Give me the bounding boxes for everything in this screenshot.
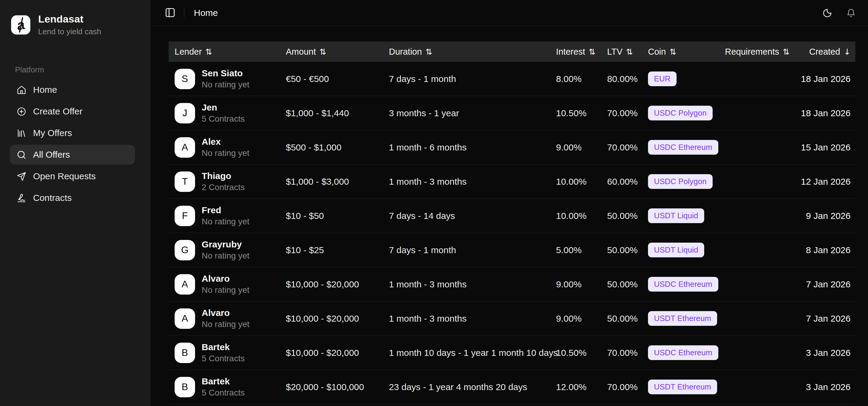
created-cell: 3 Jan 2026 [800,382,850,392]
table-header-row: Lender ⇅ Amount ⇅ Duration ⇅ Interest ⇅ … [168,41,856,62]
ltv-cell: 50.00% [607,279,648,290]
column-header-label: Created [809,47,840,57]
ltv-cell: 70.00% [607,348,648,358]
created-cell: 7 Jan 2026 [800,279,850,290]
sidebar-item[interactable]: Contracts [10,188,135,208]
avatar: A [175,137,195,158]
sort-icon: ⇅ [589,47,596,57]
column-header-label: Requirements [725,47,779,57]
created-cell: 3 Jan 2026 [800,348,850,358]
table-row[interactable]: S Sen Siato No rating yet €50 - €500 7 d… [168,62,856,96]
moon-icon [822,8,832,18]
sidebar-item-label: Open Requests [33,171,96,181]
sort-icon: ⇅ [783,47,790,57]
lender-name: Fred [202,205,249,215]
coin-cell: USDC Polygon [648,174,725,189]
coin-badge: USDC Ethereum [648,277,718,292]
sidebar-item[interactable]: Home [10,80,135,100]
notifications-button[interactable] [846,8,856,18]
sidebar-item[interactable]: All Offers [10,145,135,165]
table-row[interactable]: J Jen 5 Contracts $1,000 - $1,440 3 mont… [168,96,856,130]
content: Lender ⇅ Amount ⇅ Duration ⇅ Interest ⇅ … [150,26,868,406]
brand[interactable]: a Lendasat Lend to yield cash [10,13,135,36]
interest-cell: 9.00% [556,142,607,153]
column-header[interactable]: Lender ⇅ [175,47,286,57]
column-header-label: Coin [648,47,666,57]
theme-toggle-button[interactable] [822,8,832,18]
column-header[interactable]: Amount ⇅ [286,47,389,57]
column-header[interactable]: Duration ⇅ [389,47,556,57]
ltv-cell: 60.00% [607,177,648,187]
sidebar-item-icon [17,171,26,181]
lender-cell: A Alvaro No rating yet [175,274,286,295]
lender-cell: B Bartek 5 Contracts [175,342,286,363]
created-cell: 18 Jan 2026 [800,108,850,118]
main-area: Home Lender ⇅ Amount ⇅ Duration ⇅ Intere… [150,0,868,406]
column-header-label: Duration [389,47,422,57]
lender-rating: No rating yet [202,285,249,295]
coin-badge: USDC Ethereum [648,140,718,155]
column-header[interactable]: Interest ⇅ [556,47,607,57]
ltv-cell: 70.00% [607,142,648,153]
table-row[interactable]: A Alex No rating yet $500 - $1,000 1 mon… [168,130,856,165]
lender-rating: 2 Contracts [202,182,245,192]
sidebar-item-label: My Offers [33,128,72,138]
coin-cell: USDC Polygon [648,106,725,121]
sidebar-item-label: Home [33,85,57,95]
coin-cell: USDC Ethereum [648,277,725,292]
lender-name: Bartek [202,342,245,352]
ltv-cell: 70.00% [607,382,648,392]
lender-cell: S Sen Siato No rating yet [175,68,286,90]
table-row[interactable]: T Thiago 2 Contracts $1,000 - $3,000 1 m… [168,165,856,199]
sidebar-nav: Home Create Offer My Offers All Offers O… [10,80,135,210]
column-header-label: Amount [286,47,316,57]
sidebar-item[interactable]: My Offers [10,123,135,143]
duration-cell: 1 month 10 days - 1 year 1 month 10 days [389,348,556,358]
sort-icon: ⇅ [426,47,433,57]
ltv-cell: 50.00% [607,245,648,255]
column-header[interactable]: Requirements ⇅ [725,47,800,57]
sidebar-item[interactable]: Open Requests [10,166,135,186]
created-cell: 12 Jan 2026 [800,177,850,187]
sort-icon: ↓ [844,47,850,57]
sidebar-item-icon [17,150,26,160]
column-header[interactable]: Created ↓ [800,47,850,57]
duration-cell: 1 month - 3 months [389,279,556,290]
table-row[interactable]: B Bartek 5 Contracts $10,000 - $20,000 1… [168,336,856,370]
coin-cell: USDT Liquid [648,208,725,223]
table-row[interactable]: F Fred No rating yet $10 - $50 7 days - … [168,199,856,233]
sidebar-item-icon [17,193,26,203]
table-row[interactable]: G Grayruby No rating yet $10 - $25 7 day… [168,233,856,267]
column-header-label: Lender [175,47,202,57]
amount-cell: $1,000 - $3,000 [286,177,389,187]
amount-cell: $10,000 - $20,000 [286,313,389,324]
avatar: T [175,171,195,192]
topbar-divider [184,8,184,18]
table-row[interactable]: A Alvaro No rating yet $10,000 - $20,000… [168,302,856,336]
interest-cell: 10.00% [556,177,607,187]
brand-name: Lendasat [38,13,101,25]
avatar: J [175,103,195,124]
sidebar-item[interactable]: Create Offer [10,102,135,121]
duration-cell: 1 month - 3 months [389,313,556,324]
coin-cell: EUR [648,71,725,86]
sidebar-toggle-button[interactable] [165,7,176,19]
table-row[interactable]: B Bartek 5 Contracts $20,000 - $100,000 … [168,370,856,404]
interest-cell: 10.50% [556,108,607,118]
duration-cell: 3 months - 1 year [389,108,556,118]
coin-badge: USDC Ethereum [648,345,718,360]
table-row[interactable]: A Alvaro No rating yet $10,000 - $20,000… [168,267,856,302]
sidebar-item-label: All Offers [33,149,70,160]
column-header[interactable]: LTV ⇅ [607,47,648,57]
lender-rating: 5 Contracts [202,388,245,398]
avatar: F [175,206,195,226]
lender-name: Thiago [202,171,245,181]
duration-cell: 7 days - 1 month [389,74,556,84]
created-cell: 15 Jan 2026 [800,142,850,153]
brand-logo-icon: a [11,15,30,35]
lender-rating: No rating yet [202,319,249,329]
lender-cell: T Thiago 2 Contracts [175,171,286,192]
interest-cell: 12.00% [556,382,607,392]
column-header[interactable]: Coin ⇅ [648,47,725,57]
coin-cell: USDC Ethereum [648,345,725,360]
